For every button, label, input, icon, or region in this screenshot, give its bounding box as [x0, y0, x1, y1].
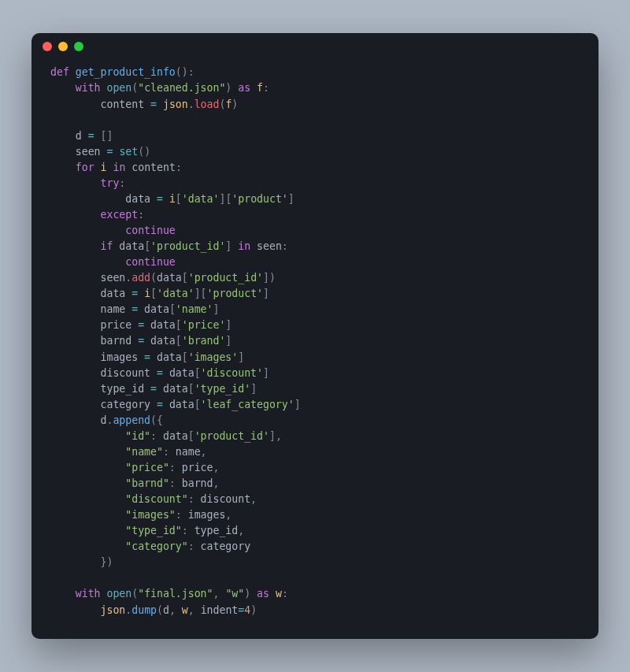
code-token: :	[282, 240, 288, 252]
code-token: 'price'	[182, 319, 226, 331]
code-token: data	[138, 303, 169, 315]
code-token: with	[76, 588, 101, 600]
code-token: (	[132, 82, 138, 94]
code-token: barnd	[50, 335, 138, 347]
code-token: content	[50, 98, 150, 110]
code-token	[50, 540, 125, 552]
code-token	[50, 225, 125, 236]
code-token: :	[188, 493, 201, 505]
code-token: i	[169, 193, 176, 205]
code-token: f	[257, 82, 263, 94]
code-token: :	[169, 477, 182, 489]
code-window: def get_product_info(): with open("clean…	[32, 33, 598, 638]
code-token: ({	[150, 414, 163, 426]
code-token: :	[263, 82, 269, 94]
code-token: 'product_id'	[195, 430, 269, 442]
code-token: type_id	[195, 525, 239, 536]
code-token: .	[188, 98, 195, 110]
code-token: data	[150, 351, 182, 363]
code-token: =	[132, 288, 138, 299]
code-token: :	[188, 540, 201, 552]
code-token: ]	[238, 351, 244, 363]
code-token: name	[50, 303, 132, 315]
code-token: data	[157, 272, 182, 284]
code-token: :	[138, 209, 144, 221]
code-token: i	[101, 162, 107, 173]
code-token: [	[182, 351, 188, 363]
code-token: dump	[132, 604, 157, 616]
code-token: name	[176, 446, 201, 458]
code-token: [	[169, 303, 176, 315]
code-token	[50, 209, 101, 221]
code-token: "price"	[125, 462, 169, 473]
zoom-traffic-light-icon[interactable]	[74, 42, 83, 51]
code-token: content	[125, 162, 176, 173]
code-token: (	[150, 272, 157, 284]
code-token: [	[176, 319, 182, 331]
close-traffic-light-icon[interactable]	[43, 42, 52, 51]
code-token: 'leaf_category'	[201, 399, 295, 410]
code-token: )	[225, 82, 238, 94]
code-token: =	[138, 319, 144, 331]
minimize-traffic-light-icon[interactable]	[58, 42, 68, 51]
code-token: load	[195, 98, 220, 110]
code-token: =	[157, 399, 163, 410]
code-token: data	[163, 430, 188, 442]
code-token: =	[157, 193, 163, 205]
code-token: in	[113, 162, 125, 173]
code-token: json	[163, 98, 188, 110]
code-token: "category"	[125, 540, 187, 552]
code-token: images	[188, 509, 226, 521]
code-token: 'product_id'	[188, 272, 263, 284]
code-token	[163, 193, 169, 205]
code-token: :	[176, 509, 188, 521]
code-token: "name"	[125, 446, 163, 458]
code-token: :	[119, 177, 125, 189]
code-token: [	[150, 288, 157, 299]
code-token: ,	[213, 477, 219, 489]
code-token: :	[176, 162, 182, 173]
code-token	[50, 162, 76, 173]
code-token: 'type_id'	[195, 383, 250, 395]
code-token	[50, 509, 125, 521]
code-token: continue	[125, 256, 176, 268]
code-token: "images"	[125, 509, 176, 521]
code-token: data	[144, 319, 176, 331]
code-token: "discount"	[125, 493, 187, 505]
code-token: =	[157, 367, 163, 379]
code-token: ]	[295, 399, 301, 410]
code-token	[50, 604, 101, 616]
code-token: [	[144, 240, 150, 252]
code-token: w	[276, 588, 282, 600]
code-token: [	[176, 335, 182, 347]
code-content: def get_product_info(): with open("clean…	[32, 60, 598, 638]
code-token: seen	[250, 240, 282, 252]
code-token: set	[119, 146, 138, 158]
code-token: images	[50, 351, 144, 363]
code-token: ][	[195, 288, 207, 299]
code-token: indent	[201, 604, 239, 616]
code-token: ,	[238, 525, 244, 536]
code-token: type_id	[50, 383, 150, 395]
code-token: =	[88, 130, 94, 142]
code-token: [	[182, 272, 188, 284]
code-token: barnd	[182, 477, 213, 489]
code-token: ,	[250, 493, 257, 505]
code-token: d	[163, 604, 169, 616]
code-token: ,	[201, 446, 207, 458]
code-token: try	[101, 177, 120, 189]
code-token	[50, 82, 76, 94]
code-token: except	[101, 209, 139, 221]
code-token: price	[50, 319, 138, 331]
code-token: data	[163, 367, 195, 379]
code-token: ,	[169, 604, 182, 616]
code-token: =	[150, 98, 157, 110]
code-token: 'product'	[232, 193, 287, 205]
code-token: :	[163, 446, 176, 458]
code-token: ():	[176, 66, 195, 78]
window-titlebar	[32, 33, 598, 60]
code-token	[50, 477, 125, 489]
code-token: ])	[263, 272, 276, 284]
code-token: 4	[244, 604, 250, 616]
code-token: ]	[225, 319, 232, 331]
